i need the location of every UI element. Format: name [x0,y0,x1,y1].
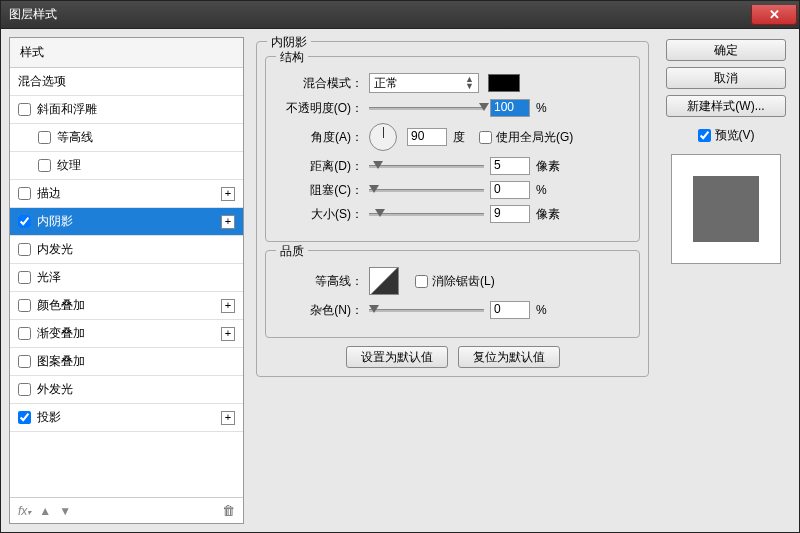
style-checkbox[interactable] [18,299,31,312]
antialias-checkbox[interactable]: 消除锯齿(L) [415,273,495,290]
contour-picker[interactable] [369,267,399,295]
style-checkbox[interactable] [18,383,31,396]
sidebar-header: 样式 [10,38,243,68]
sidebar-item-10[interactable]: 图案叠加 [10,348,243,376]
style-checkbox[interactable] [18,243,31,256]
quality-group: 品质 等高线： 消除锯齿(L) 杂色(N)： 0 % [265,250,640,338]
add-effect-icon[interactable]: + [221,411,235,425]
right-buttons: 确定 取消 新建样式(W)... 预览(V) [661,37,791,524]
reset-default-button[interactable]: 复位为默认值 [458,346,560,368]
style-checkbox[interactable] [18,411,31,424]
opacity-slider[interactable] [369,101,484,115]
angle-label: 角度(A)： [278,129,363,146]
style-label: 颜色叠加 [37,297,85,314]
style-label: 内发光 [37,241,73,258]
effect-panel: 内阴影 结构 混合模式： 正常 ▲▼ 不透明度(O)： 1 [244,37,661,524]
preview-checkbox[interactable]: 预览(V) [698,127,755,144]
style-label: 纹理 [57,157,81,174]
distance-slider[interactable] [369,159,484,173]
style-checkbox[interactable] [18,187,31,200]
size-input[interactable]: 9 [490,205,530,223]
structure-title: 结构 [276,49,308,66]
styles-sidebar: 样式 混合选项斜面和浮雕等高线纹理描边+内阴影+内发光光泽颜色叠加+渐变叠加+图… [9,37,244,524]
down-icon[interactable]: ▼ [59,504,71,518]
layer-style-dialog: 图层样式 ✕ 样式 混合选项斜面和浮雕等高线纹理描边+内阴影+内发光光泽颜色叠加… [0,0,800,533]
noise-input[interactable]: 0 [490,301,530,319]
choke-input[interactable]: 0 [490,181,530,199]
quality-title: 品质 [276,243,308,260]
distance-label: 距离(D)： [278,158,363,175]
noise-label: 杂色(N)： [278,302,363,319]
add-effect-icon[interactable]: + [221,327,235,341]
new-style-button[interactable]: 新建样式(W)... [666,95,786,117]
opacity-label: 不透明度(O)： [278,100,363,117]
style-label: 混合选项 [18,73,66,90]
style-label: 描边 [37,185,61,202]
style-checkbox[interactable] [18,271,31,284]
add-effect-icon[interactable]: + [221,215,235,229]
style-label: 等高线 [57,129,93,146]
add-effect-icon[interactable]: + [221,187,235,201]
sidebar-item-4[interactable]: 描边+ [10,180,243,208]
blend-mode-label: 混合模式： [278,75,363,92]
cancel-button[interactable]: 取消 [666,67,786,89]
dropdown-icon: ▲▼ [465,76,474,90]
sidebar-item-5[interactable]: 内阴影+ [10,208,243,236]
style-checkbox[interactable] [18,327,31,340]
angle-dial[interactable] [369,123,397,151]
sidebar-item-12[interactable]: 投影+ [10,404,243,432]
style-checkbox[interactable] [18,103,31,116]
style-label: 外发光 [37,381,73,398]
style-label: 光泽 [37,269,61,286]
opacity-input[interactable]: 100 [490,99,530,117]
add-effect-icon[interactable]: + [221,299,235,313]
up-icon[interactable]: ▲ [39,504,51,518]
sidebar-item-3[interactable]: 纹理 [10,152,243,180]
set-default-button[interactable]: 设置为默认值 [346,346,448,368]
sidebar-item-1[interactable]: 斜面和浮雕 [10,96,243,124]
style-label: 投影 [37,409,61,426]
structure-group: 结构 混合模式： 正常 ▲▼ 不透明度(O)： 100 % [265,56,640,242]
style-label: 斜面和浮雕 [37,101,97,118]
size-label: 大小(S)： [278,206,363,223]
sidebar-item-7[interactable]: 光泽 [10,264,243,292]
style-checkbox[interactable] [38,131,51,144]
size-slider[interactable] [369,207,484,221]
noise-slider[interactable] [369,303,484,317]
preview-box [671,154,781,264]
style-label: 图案叠加 [37,353,85,370]
sidebar-item-6[interactable]: 内发光 [10,236,243,264]
trash-icon[interactable]: 🗑 [222,503,235,518]
blend-mode-select[interactable]: 正常 ▲▼ [369,73,479,93]
sidebar-item-11[interactable]: 外发光 [10,376,243,404]
color-swatch[interactable] [488,74,520,92]
window-title: 图层样式 [9,6,57,23]
angle-input[interactable]: 90 [407,128,447,146]
style-label: 渐变叠加 [37,325,85,342]
ok-button[interactable]: 确定 [666,39,786,61]
choke-label: 阻塞(C)： [278,182,363,199]
sidebar-footer: fx▾ ▲ ▼ 🗑 [10,497,243,523]
sidebar-item-0[interactable]: 混合选项 [10,68,243,96]
style-checkbox[interactable] [38,159,51,172]
contour-label: 等高线： [278,273,363,290]
style-label: 内阴影 [37,213,73,230]
style-checkbox[interactable] [18,215,31,228]
close-button[interactable]: ✕ [751,5,797,25]
sidebar-item-9[interactable]: 渐变叠加+ [10,320,243,348]
sidebar-item-8[interactable]: 颜色叠加+ [10,292,243,320]
distance-input[interactable]: 5 [490,157,530,175]
style-checkbox[interactable] [18,355,31,368]
fx-icon[interactable]: fx▾ [18,504,31,518]
choke-slider[interactable] [369,183,484,197]
sidebar-item-2[interactable]: 等高线 [10,124,243,152]
titlebar[interactable]: 图层样式 ✕ [1,1,799,29]
global-light-checkbox[interactable]: 使用全局光(G) [479,129,573,146]
